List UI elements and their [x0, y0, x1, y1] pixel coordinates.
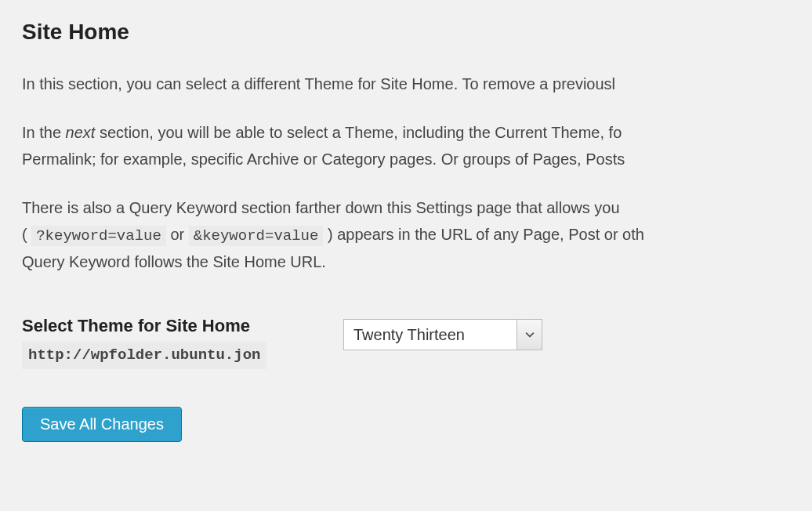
intro-paragraph-1: In this section, you can select a differ… — [22, 71, 790, 97]
theme-select-value: Twenty Thirteen — [344, 320, 517, 350]
theme-label-column: Select Theme for Site Home http://wpfold… — [22, 313, 343, 369]
code-query-keyword-amp: &keyword=value — [189, 226, 324, 246]
code-query-keyword-q: ?keyword=value — [31, 226, 166, 246]
save-all-changes-button[interactable]: Save All Changes — [22, 407, 182, 442]
intro-p3-open: ( — [22, 226, 31, 243]
intro-p2-text-c: Permalink; for example, specific Archive… — [22, 150, 625, 168]
section-heading: Site Home — [22, 16, 790, 49]
intro-paragraph-3: There is also a Query Keyword section fa… — [22, 194, 790, 275]
theme-input-column: Twenty Thirteen — [343, 313, 542, 350]
intro-paragraph-2: In the next section, you will be able to… — [22, 119, 790, 172]
intro-p2-text-b: section, you will be able to select a Th… — [95, 124, 622, 141]
theme-label-title: Select Theme for Site Home — [22, 313, 328, 339]
intro-p3-close: ) appears in the URL of any Page, Post o… — [323, 226, 644, 243]
intro-p2-text-a: In the — [22, 124, 66, 141]
intro-p3-or: or — [166, 226, 189, 243]
theme-form-row: Select Theme for Site Home http://wpfold… — [22, 313, 790, 369]
intro-p2-next-word: next — [66, 124, 96, 141]
site-home-url: http://wpfolder.ubuntu.jon — [22, 342, 266, 369]
intro-p3-text-a: There is also a Query Keyword section fa… — [22, 199, 620, 216]
chevron-down-icon — [525, 330, 535, 339]
intro-p3-text-d: Query Keyword follows the Site Home URL. — [22, 253, 326, 270]
theme-select[interactable]: Twenty Thirteen — [343, 319, 542, 350]
theme-select-toggle[interactable] — [517, 320, 542, 350]
